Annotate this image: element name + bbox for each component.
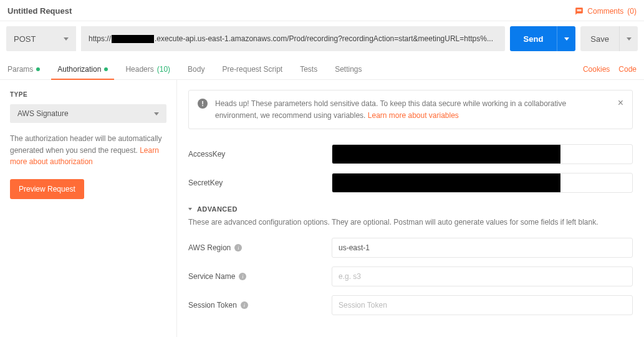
service-name-input[interactable]: [332, 266, 633, 286]
advanced-description: These are advanced configuration options…: [188, 218, 633, 227]
send-button[interactable]: Send: [510, 26, 557, 51]
headers-count: (10): [157, 65, 170, 74]
preview-request-button[interactable]: Preview Request: [10, 179, 84, 199]
url-input-prefix: https://: [89, 34, 111, 43]
info-icon[interactable]: i: [241, 301, 248, 309]
comments-icon: [575, 7, 584, 16]
auth-description: The authorization header will be automat…: [10, 133, 166, 168]
secret-key-input[interactable]: [332, 173, 633, 193]
tab-settings[interactable]: Settings: [335, 59, 362, 79]
info-icon[interactable]: i: [239, 273, 246, 280]
access-key-label: AccessKey: [188, 150, 332, 159]
comments-count: (0): [627, 7, 637, 16]
advanced-toggle[interactable]: ADVANCED: [188, 205, 633, 213]
http-method-value: POST: [14, 34, 36, 44]
tab-headers[interactable]: Headers (10): [125, 59, 170, 79]
chevron-down-icon: [154, 112, 159, 115]
page-title: Untitled Request: [7, 6, 72, 16]
service-name-label: Service Name: [188, 272, 235, 281]
tab-params[interactable]: Params: [7, 59, 40, 79]
tab-tests[interactable]: Tests: [300, 59, 317, 79]
type-label: TYPE: [10, 91, 166, 98]
url-input-redacted: [112, 35, 154, 43]
status-dot-icon: [36, 67, 40, 71]
chevron-down-icon: [188, 208, 192, 210]
tab-pre-request[interactable]: Pre-request Script: [222, 59, 282, 79]
save-button[interactable]: Save: [580, 26, 619, 51]
send-dropdown-button[interactable]: [557, 26, 575, 51]
learn-variables-link[interactable]: Learn more about variables: [368, 111, 459, 120]
chevron-down-icon: [564, 37, 569, 41]
aws-region-input[interactable]: [332, 238, 633, 258]
tab-authorization[interactable]: Authorization: [57, 59, 108, 79]
comments-label: Comments: [587, 7, 623, 16]
session-token-label: Session Token: [188, 301, 237, 310]
secret-key-label: SecretKey: [188, 178, 332, 187]
chevron-down-icon: [627, 37, 632, 41]
url-input[interactable]: https://.execute-api.us-east-1.amazonaws…: [81, 26, 505, 51]
status-dot-icon: [104, 67, 108, 71]
save-dropdown-button[interactable]: [619, 26, 638, 51]
alert-icon: !: [198, 99, 208, 109]
advanced-label: ADVANCED: [197, 205, 238, 213]
code-link[interactable]: Code: [618, 65, 637, 74]
tab-body[interactable]: Body: [188, 59, 204, 79]
sensitive-data-notice: ! Heads up! These parameters hold sensit…: [188, 90, 633, 129]
info-icon[interactable]: i: [234, 244, 242, 252]
chevron-down-icon: [64, 37, 69, 41]
http-method-select[interactable]: POST: [6, 26, 76, 51]
session-token-input[interactable]: [332, 295, 633, 315]
aws-region-label: AWS Region: [188, 243, 231, 252]
comments-link[interactable]: Comments (0): [575, 7, 637, 16]
access-key-input[interactable]: [332, 144, 633, 164]
auth-type-select[interactable]: AWS Signature: [10, 104, 166, 123]
url-input-suffix: .execute-api.us-east-1.amazonaws.com/Pro…: [155, 34, 493, 43]
auth-type-value: AWS Signature: [17, 109, 69, 118]
cookies-link[interactable]: Cookies: [583, 65, 610, 74]
close-icon[interactable]: ×: [618, 98, 623, 108]
